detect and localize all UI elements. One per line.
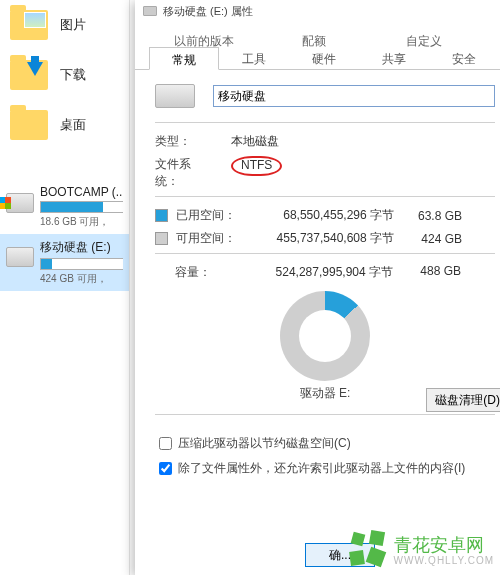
quick-access-label: 图片 bbox=[60, 16, 86, 34]
svg-rect-2 bbox=[349, 550, 365, 566]
filesystem-value: NTFS bbox=[231, 156, 282, 176]
tab-sharing[interactable]: 共享 bbox=[359, 46, 429, 69]
watermark-logo-icon bbox=[348, 529, 388, 569]
index-checkbox[interactable] bbox=[159, 462, 172, 475]
used-space-human: 63.8 GB bbox=[402, 209, 462, 223]
drive-name: 移动硬盘 (E:) bbox=[40, 239, 123, 256]
usage-donut-chart bbox=[280, 291, 370, 381]
tab-row-lower: 常规 工具 硬件 共享 安全 bbox=[135, 46, 500, 70]
properties-dialog: 移动硬盘 (E:) 属性 以前的版本 配额 自定义 常规 工具 硬件 共享 安全… bbox=[135, 0, 500, 575]
free-space-swatch bbox=[155, 232, 168, 245]
quick-access-desktop[interactable]: 桌面 bbox=[0, 100, 129, 150]
filesystem-label: 文件系统： bbox=[155, 156, 211, 190]
tab-previous-versions[interactable]: 以前的版本 bbox=[149, 28, 259, 46]
general-tab-content: 类型： 本地磁盘 文件系统： NTFS 已用空间： 68,550,455,296… bbox=[135, 70, 500, 477]
compress-label: 压缩此驱动器以节约磁盘空间(C) bbox=[178, 435, 351, 452]
drive-usage-bar bbox=[40, 201, 123, 213]
tab-row-upper: 以前的版本 配额 自定义 bbox=[135, 22, 500, 46]
watermark-url: WWW.QHLLY.COM bbox=[394, 557, 494, 565]
watermark: 青花安卓网 WWW.QHLLY.COM bbox=[348, 529, 494, 569]
window-title: 移动硬盘 (E:) 属性 bbox=[163, 4, 253, 19]
compress-checkbox[interactable] bbox=[159, 437, 172, 450]
drive-sub: 424 GB 可用， bbox=[40, 272, 123, 286]
watermark-brand: 青花安卓网 bbox=[394, 535, 484, 555]
drive-icon bbox=[143, 6, 157, 16]
index-label: 除了文件属性外，还允许索引此驱动器上文件的内容(I) bbox=[178, 460, 465, 477]
capacity-label: 容量： bbox=[155, 264, 235, 281]
quick-access-downloads[interactable]: 下载 bbox=[0, 50, 129, 100]
capacity-bytes: 524,287,995,904 字节 bbox=[243, 264, 393, 281]
drive-icon bbox=[155, 84, 195, 108]
drive-icon bbox=[6, 247, 34, 267]
index-checkbox-row[interactable]: 除了文件属性外，还允许索引此驱动器上文件的内容(I) bbox=[159, 460, 495, 477]
free-space-bytes: 455,737,540,608 字节 bbox=[244, 230, 394, 247]
used-space-bytes: 68,550,455,296 字节 bbox=[244, 207, 394, 224]
tab-security[interactable]: 安全 bbox=[429, 46, 499, 69]
drive-name-input[interactable] bbox=[213, 85, 495, 107]
svg-rect-1 bbox=[368, 530, 384, 546]
used-space-label: 已用空间： bbox=[176, 207, 236, 224]
compress-checkbox-row[interactable]: 压缩此驱动器以节约磁盘空间(C) bbox=[159, 435, 495, 452]
quick-access-pictures[interactable]: 图片 bbox=[0, 0, 129, 50]
downloads-folder-icon bbox=[10, 60, 48, 90]
quick-access-label: 下载 bbox=[60, 66, 86, 84]
free-space-label: 可用空间： bbox=[176, 230, 236, 247]
disk-cleanup-button[interactable]: 磁盘清理(D) bbox=[426, 388, 500, 412]
tab-hardware[interactable]: 硬件 bbox=[289, 46, 359, 69]
tab-general[interactable]: 常规 bbox=[149, 47, 219, 70]
tab-quota[interactable]: 配额 bbox=[259, 28, 369, 46]
tab-tools[interactable]: 工具 bbox=[219, 46, 289, 69]
drive-usage-bar bbox=[40, 258, 123, 270]
tab-customize[interactable]: 自定义 bbox=[369, 28, 479, 46]
svg-rect-3 bbox=[365, 547, 386, 568]
drive-item-bootcamp[interactable]: BOOTCAMP (... 18.6 GB 可用， bbox=[0, 180, 129, 234]
drive-item-removable[interactable]: 移动硬盘 (E:) 424 GB 可用， bbox=[0, 234, 129, 291]
drive-letter-label: 驱动器 E: bbox=[300, 385, 351, 402]
desktop-folder-icon bbox=[10, 110, 48, 140]
svg-rect-0 bbox=[350, 532, 365, 547]
used-space-swatch bbox=[155, 209, 168, 222]
drive-sub: 18.6 GB 可用， bbox=[40, 215, 123, 229]
quick-access-label: 桌面 bbox=[60, 116, 86, 134]
type-label: 类型： bbox=[155, 133, 211, 150]
drive-icon bbox=[6, 193, 34, 213]
explorer-left-panel: 图片 下载 桌面 BOOTCAMP (... 18.6 GB 可用， 移动硬盘 … bbox=[0, 0, 130, 575]
titlebar: 移动硬盘 (E:) 属性 bbox=[135, 0, 500, 22]
free-space-human: 424 GB bbox=[402, 232, 462, 246]
pictures-folder-icon bbox=[10, 10, 48, 40]
capacity-human: 488 GB bbox=[401, 264, 461, 281]
type-value: 本地磁盘 bbox=[231, 133, 279, 150]
drive-name: BOOTCAMP (... bbox=[40, 185, 123, 199]
